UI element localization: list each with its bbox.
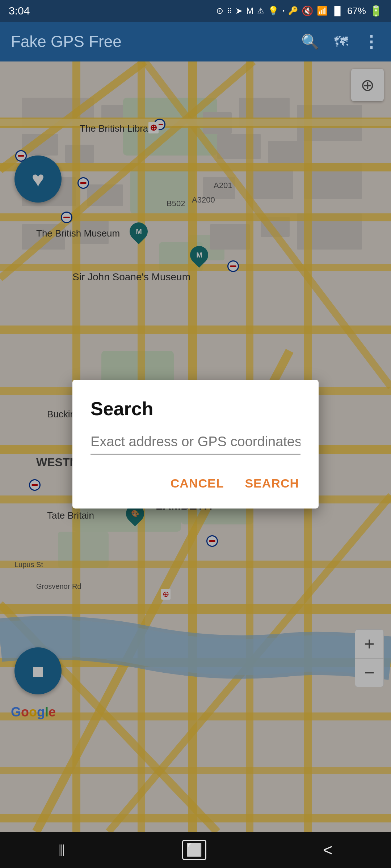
battery-text: 67% bbox=[347, 5, 366, 17]
map-container[interactable]: The British Library The British Museum S… bbox=[0, 61, 391, 832]
back-icon[interactable]: < bbox=[323, 840, 333, 860]
dialog-buttons: CANCEL SEARCH bbox=[91, 473, 300, 494]
warning-status-icon: ⚠ bbox=[257, 6, 264, 16]
search-dialog: Search CANCEL SEARCH bbox=[72, 380, 319, 509]
app-bar: Fake GPS Free 🔍 🗺 ⋮ bbox=[0, 22, 391, 61]
map-icon[interactable]: 🗺 bbox=[334, 34, 348, 50]
more-icon[interactable]: ⋮ bbox=[363, 32, 380, 51]
home-icon[interactable]: ⬜ bbox=[182, 840, 206, 860]
dot-status-icon: • bbox=[282, 8, 285, 14]
recent-apps-icon[interactable]: ⦀ bbox=[58, 840, 65, 860]
status-icons: ⊙ ⠿ ➤ M ⚠ 💡 • 🔑 🔇 📶 ▐▌ 67% 🔋 bbox=[216, 5, 382, 17]
signal-status-icon: ▐▌ bbox=[331, 6, 344, 16]
status-bar: 3:04 ⊙ ⠿ ➤ M ⚠ 💡 • 🔑 🔇 📶 ▐▌ 67% 🔋 bbox=[0, 0, 391, 22]
location-status-icon: ⊙ bbox=[216, 6, 223, 16]
bulb-status-icon: 💡 bbox=[268, 6, 279, 16]
app-bar-actions: 🔍 🗺 ⋮ bbox=[301, 32, 380, 51]
key-status-icon: 🔑 bbox=[288, 6, 298, 16]
wifi-status-icon: 📶 bbox=[317, 6, 328, 16]
navigation-bar: ⦀ ⬜ < bbox=[0, 832, 391, 868]
navigation-status-icon: ➤ bbox=[235, 6, 243, 16]
app-title: Fake GPS Free bbox=[11, 33, 301, 51]
dialog-title: Search bbox=[91, 398, 300, 420]
cancel-button[interactable]: CANCEL bbox=[169, 473, 226, 494]
search-button[interactable]: SEARCH bbox=[243, 473, 300, 494]
search-input[interactable] bbox=[91, 434, 300, 455]
dots-status-icon: ⠿ bbox=[227, 7, 232, 15]
email-status-icon: M bbox=[246, 6, 253, 16]
status-time: 3:04 bbox=[9, 5, 30, 17]
search-icon[interactable]: 🔍 bbox=[301, 33, 319, 50]
dialog-input-wrapper bbox=[91, 434, 300, 455]
mute-status-icon: 🔇 bbox=[302, 5, 313, 17]
battery-icon: 🔋 bbox=[370, 5, 382, 17]
